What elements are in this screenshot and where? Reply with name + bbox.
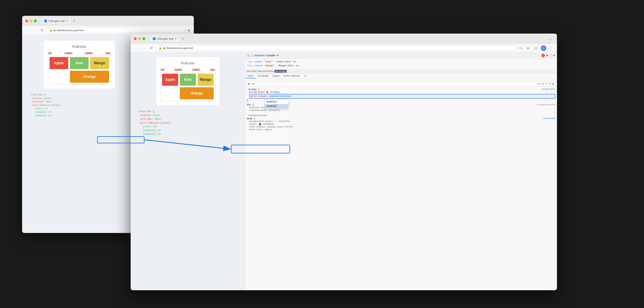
html-node-mango-2: <div class= "mango" > Mango</div> flex <box>247 64 555 68</box>
traffic-lights-2 <box>134 37 145 40</box>
bc-html-2[interactable]: html <box>247 70 251 73</box>
new-tab-button-2[interactable]: + <box>180 37 186 41</box>
address-bar-1[interactable]: 🔒 jec.fish/demo/css-grid-fruit <box>46 28 184 33</box>
body-source-2: css-grid-fruit:3 <box>543 117 555 120</box>
settings-icon-2[interactable]: ⚙ <box>546 54 548 57</box>
cursor-icon-2[interactable]: ⬡ <box>247 54 249 57</box>
tab-favicon-2: 🌐 <box>153 37 156 40</box>
minimize-button-2[interactable] <box>138 37 141 40</box>
star-btn-2[interactable]: ★ <box>526 46 530 51</box>
dt-tab-elements-2[interactable]: Elements <box>254 54 265 57</box>
devtools-panel-2: ⬡ ⬜ Elements Console >> 1 ⚙ ⋮ ✕ <div <box>245 52 557 290</box>
rule-close-2: } <box>247 99 556 102</box>
style-rule-orange-2: .orange { css-grid-fruit:11 background: … <box>247 88 556 102</box>
maximize-button-1[interactable] <box>34 20 37 22</box>
val-grid-col-2: middle1/middle2; <box>269 95 292 98</box>
profile-btn-2[interactable]: U <box>541 46 546 51</box>
tab-close-2[interactable]: ✕ <box>175 37 177 40</box>
fruit-mango-2: Mango <box>198 74 214 86</box>
fruit-orange-2: Orange <box>180 87 214 99</box>
active-tab-1[interactable]: 🌐 CSS grid- fruit ✕ <box>42 18 71 24</box>
active-tab-2[interactable]: 🌐 CSS grid- fruit ✕ <box>150 36 180 42</box>
rule-selector-orange-2: .orange { <box>247 88 260 91</box>
more-icon-2[interactable]: ⋮ <box>550 54 552 57</box>
col-label-middle2-2: middle2 <box>192 68 200 71</box>
fruit-apple-1: Apple <box>50 57 68 69</box>
dt-tab-more-2[interactable]: >> <box>276 54 279 57</box>
back-button-2[interactable]: ← <box>134 46 139 51</box>
tab-title-1: CSS grid- fruit <box>48 20 65 22</box>
star-button-1[interactable]: ★ <box>186 28 192 33</box>
rule-source-div-2: user agent stylesheet <box>536 104 555 106</box>
autocomplete-middle1[interactable]: middle1 <box>265 100 288 104</box>
css-prop-display-1: display <box>32 97 42 100</box>
reload-button-1[interactable]: ↺ <box>40 28 44 33</box>
add-style-btn[interactable]: + <box>545 82 547 86</box>
swatch-2 <box>266 91 268 93</box>
lock-icon-1: 🔒 <box>49 29 52 32</box>
fruit-kiwi-2: Kiwi <box>180 74 196 86</box>
autocomplete-middle2[interactable]: middle2 <box>265 104 288 108</box>
reload-button-2[interactable]: ↺ <box>149 46 154 51</box>
address-bar-2[interactable]: 🔒 jec.fish/demo/css-grid-fruit <box>156 45 516 51</box>
bc-body-2[interactable]: body <box>252 70 256 73</box>
browser-window-2: 🌐 CSS grid- fruit ✕ + ⌄ ← → ↺ 🔒 jec.fish… <box>131 34 557 290</box>
fruit-kiwi-1: Kiwi <box>70 57 88 69</box>
page-area-2: Fruit box left middle1 middle2 right App… <box>131 52 245 290</box>
styles-tab-2[interactable]: Styles <box>245 74 256 78</box>
copy-btn[interactable]: ⬜ <box>548 82 551 85</box>
column-labels-1: left middle1 middle2 right <box>48 52 111 54</box>
layout-tab-2[interactable]: Layout <box>270 74 282 78</box>
tab-bar-2: 🌐 CSS grid- fruit ✕ + <box>150 36 547 42</box>
html-node-kiwi-2: <div class= "kiwi" > Kiwi</div> flex <box>247 60 555 64</box>
fruit-orange-1: Orange <box>70 71 109 83</box>
forward-button-1[interactable]: → <box>32 28 38 33</box>
body-color-swatch-2 <box>259 123 261 125</box>
window-controls-2: 1 ⚙ ⋮ ✕ <box>541 54 555 57</box>
devtools-toolbar-row-2: ⬡ ⬜ Elements Console >> 1 ⚙ ⋮ ✕ <box>245 52 557 59</box>
more-tabs-2[interactable]: >> <box>302 74 308 78</box>
body-fontsize-prop-2: font-size: 18px; <box>247 128 556 131</box>
fruit-box-title-2: Fruit box <box>160 61 216 65</box>
body-rule-2: body { css-grid-fruit:3 background-color… <box>247 117 556 131</box>
col-label-middle1-1: middle1 <box>64 52 73 54</box>
forward-button-2[interactable]: → <box>141 46 147 51</box>
event-tab-2[interactable]: Event Listeners <box>282 74 302 78</box>
close-button-1[interactable] <box>25 20 28 22</box>
bc-fruit-box-2[interactable]: div.fruit-box <box>263 70 274 73</box>
diamond-icon-2: ◆ <box>248 82 250 85</box>
fruit-grid-1: Apple Kiwi Mango Orange <box>48 55 111 84</box>
toggle-btn[interactable]: ▣ <box>552 82 554 85</box>
div-rule-display-2: display: block; <box>247 106 556 109</box>
body-font-prop-2: font-family: Rubik, sans-serif; <box>247 126 556 128</box>
body-color-prop-2: color: #4c566a; <box>247 123 556 126</box>
prop-grid-col-2: grid-column <box>251 95 266 98</box>
breadcrumb-bar-2: html body main div.fruit-box div.orange <box>245 69 557 74</box>
col-label-right-2: right <box>210 68 215 71</box>
css-val-middle1-1: [middle1] 1fr <box>35 111 52 113</box>
browser-controls-2: ← → ↺ 🔒 jec.fish/demo/css-grid-fruit ⬡ ★… <box>131 44 557 52</box>
css-val-left-1: [left] 1fr <box>35 108 48 110</box>
bc-main-2[interactable]: main <box>257 70 262 73</box>
filter-input-2[interactable] <box>251 83 536 85</box>
back-button-1[interactable]: ← <box>24 28 30 33</box>
page-area-1: Fruit box left middle1 middle2 right App… <box>22 35 136 233</box>
flex-badge-mango: flex <box>296 64 300 67</box>
box-icon-2[interactable]: ⬜ <box>250 54 254 57</box>
pseudo-btn-2[interactable]: :hov .cls <box>537 83 544 85</box>
ext-btn-2[interactable]: ⬜ <box>532 46 539 51</box>
computed-tab-2[interactable]: Computed <box>256 74 270 78</box>
bc-orange-2[interactable]: div.orange <box>274 70 286 73</box>
tab-close-1[interactable]: ✕ <box>66 20 68 22</box>
minimize-button-1[interactable] <box>30 20 32 22</box>
cast-btn-2[interactable]: ⬡ <box>518 46 524 51</box>
new-tab-button-1[interactable]: + <box>72 19 77 23</box>
close-dt-2[interactable]: ✕ <box>553 54 555 57</box>
more-btn-2[interactable]: ⋮ <box>548 46 554 51</box>
close-button-2[interactable] <box>134 37 136 40</box>
maximize-button-2[interactable] <box>142 37 145 40</box>
dt-tab-console-2[interactable]: Console <box>266 54 275 57</box>
css-selector-1: .fruit-box <box>30 94 43 96</box>
lock-icon-2: 🔒 <box>159 46 162 50</box>
error-badge-2: 1 <box>541 54 545 57</box>
